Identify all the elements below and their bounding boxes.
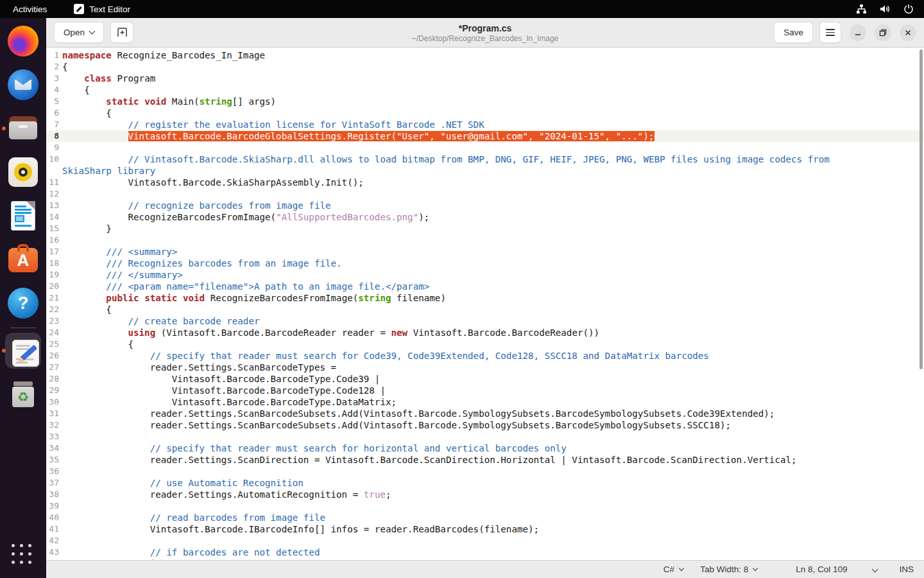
code-line[interactable]: 21 public static void RecognizeBarcodesF… [46,292,924,304]
minimize-button[interactable] [850,24,866,41]
code-line[interactable]: 27 reader.Settings.ScanBarcodeTypes = [46,362,924,373]
code-line[interactable]: 42 [46,535,924,547]
line-number: 10 [46,153,59,165]
line-number: 28 [46,373,59,385]
thunderbird-icon [8,69,38,100]
code-line[interactable]: 39 [46,500,924,512]
code-line[interactable]: 1namespace Recognize_Barcodes_In_Image [46,49,924,61]
line-number: 17 [46,246,59,258]
code-line[interactable]: 44 if (infos.Length == 0) [46,558,924,560]
code-line[interactable]: 37 // use Automatic Recognition [46,477,924,489]
cursor-position-indicator[interactable]: Ln 8, Col 109 [796,565,847,574]
code-line[interactable]: 43 // if barcodes are not detected [46,547,924,558]
dock-item-firefox[interactable] [8,26,38,57]
dock-item-files[interactable] [8,113,38,144]
dock-item-rhythmbox[interactable] [8,157,38,188]
code-line[interactable]: 15 } [46,223,924,234]
open-button[interactable]: Open [54,22,104,43]
code-line[interactable]: 4 { [46,84,924,96]
code-line[interactable]: 18 /// Recognizes barcodes from an image… [46,258,924,269]
code-line[interactable]: 30 Vintasoft.Barcode.BarcodeType.DataMat… [46,396,924,408]
code-area[interactable]: 1namespace Recognize_Barcodes_In_Image2{… [46,48,924,560]
language-selector[interactable]: C# [663,565,683,574]
code-line[interactable]: 20 /// <param name="filename">A path to … [46,281,924,292]
code-line[interactable]: 11 Vintasoft.Barcode.SkiaSharpAssembly.I… [46,177,924,188]
line-number: 40 [46,512,59,523]
line-number: 35 [46,454,59,466]
code-line[interactable]: 17 /// <summary> [46,246,924,258]
insert-mode-indicator[interactable]: INS [899,565,914,574]
chevron-down-icon [89,28,96,35]
line-number: 15 [46,223,59,234]
code-line[interactable]: 13 // recognize barcodes from image file [46,200,924,211]
line-number: 8 [46,130,59,142]
code-line[interactable]: 40 // read barcodes from image file [46,512,924,523]
focused-app-menu[interactable]: Text Editor [74,4,130,14]
code-line[interactable]: 7 // register the evaluation license for… [46,119,924,130]
line-number: 27 [46,362,59,373]
code-line[interactable]: 26 // specify that reader must search fo… [46,350,924,362]
dock-item-ubuntu-software[interactable]: A [8,244,38,275]
code-line[interactable]: SkiaSharp library [46,165,924,177]
code-line[interactable]: 3 class Program [46,73,924,84]
dock: A ? ♻ [0,18,46,578]
close-button[interactable] [900,24,916,41]
dock-item-libreoffice-writer[interactable] [8,200,38,231]
code-line[interactable]: 14 RecognizeBarcodesFromImage("AllSuppor… [46,211,924,223]
code-line[interactable]: 16 [46,234,924,246]
line-number: 19 [46,269,59,281]
code-line[interactable]: 35 reader.Settings.ScanDirection = Vinta… [46,454,924,466]
new-tab-button[interactable] [110,22,133,43]
vertical-scrollbar[interactable] [920,49,923,369]
code-line[interactable]: 24 using (Vintasoft.Barcode.BarcodeReade… [46,327,924,338]
dock-item-thunderbird[interactable] [8,69,38,100]
line-number: 22 [46,304,59,315]
code-line-selected[interactable]: 8 Vintasoft.Barcode.BarcodeGlobalSetting… [46,130,924,142]
code-line[interactable]: 9 [46,142,924,153]
dock-item-trash[interactable]: ♻ [8,379,38,410]
main-menu-button[interactable] [819,22,841,43]
code-rows: 1namespace Recognize_Barcodes_In_Image2{… [46,49,924,560]
code-line[interactable]: 33 [46,431,924,442]
code-line[interactable]: 22 { [46,304,924,315]
maximize-button[interactable] [875,24,891,41]
volume-icon[interactable] [880,4,891,14]
app-grid-button[interactable] [12,544,35,568]
line-number: 30 [46,396,59,408]
line-number: 5 [46,96,59,107]
line-number: 31 [46,408,59,419]
chevron-down-icon[interactable] [872,566,878,573]
save-button[interactable]: Save [774,22,813,43]
line-number: 32 [46,419,59,431]
line-number: 18 [46,258,59,269]
code-line[interactable]: 6 { [46,107,924,119]
power-icon[interactable] [903,4,914,14]
chevron-down-icon [753,566,758,571]
code-line[interactable]: 36 [46,466,924,477]
files-running-dot [2,127,6,130]
code-line[interactable]: 38 reader.Settings.AutomaticRecognition … [46,489,924,500]
code-line[interactable]: 2{ [46,61,924,73]
code-line[interactable]: 31 reader.Settings.ScanBarcodeSubsets.Ad… [46,408,924,419]
code-line[interactable]: 29 Vintasoft.Barcode.BarcodeType.Code128… [46,385,924,396]
code-line[interactable]: 34 // specify that reader must search fo… [46,442,924,454]
line-number: 16 [46,234,59,246]
code-line[interactable]: 19 /// </summary> [46,269,924,281]
activities-button[interactable]: Activities [0,0,60,18]
line-number: 43 [46,547,59,558]
code-line[interactable]: 10 // Vintasoft.Barcode.SkiaSharp.dll al… [46,153,924,165]
code-line[interactable]: 32 reader.Settings.ScanBarcodeSubsets.Ad… [46,419,924,431]
line-number: 2 [46,61,59,73]
code-line[interactable]: 25 { [46,338,924,350]
dock-item-text-editor[interactable] [8,335,38,366]
firefox-icon [8,26,38,57]
code-line[interactable]: 12 [46,188,924,200]
network-icon[interactable] [856,4,867,14]
tab-width-selector[interactable]: Tab Width: 8 [700,565,757,574]
dock-item-help[interactable]: ? [8,288,38,319]
code-line[interactable]: 23 // create barcode reader [46,315,924,327]
code-line[interactable]: 5 static void Main(string[] args) [46,96,924,107]
code-line[interactable]: 41 Vintasoft.Barcode.IBarcodeInfo[] info… [46,523,924,535]
line-number: 29 [46,385,59,396]
code-line[interactable]: 28 Vintasoft.Barcode.BarcodeType.Code39 … [46,373,924,385]
